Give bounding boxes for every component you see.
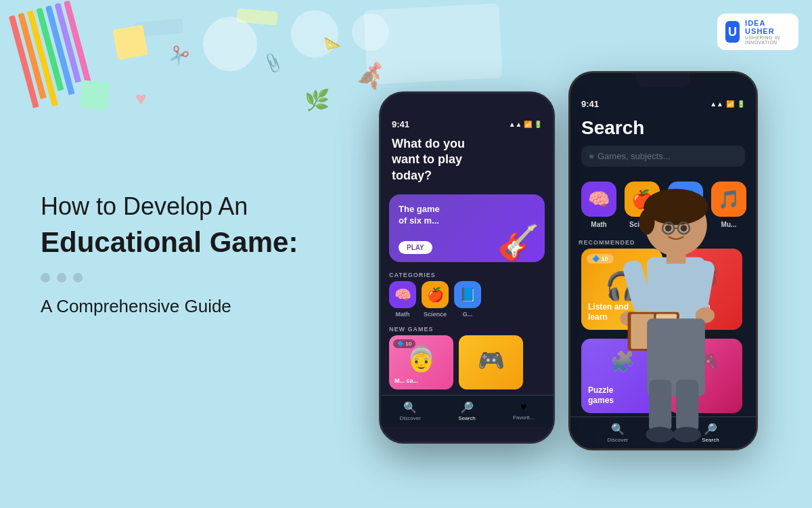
logo-icon: U bbox=[725, 21, 740, 43]
game-card-2[interactable]: 🎮 bbox=[459, 335, 523, 389]
play-button[interactable]: PLAY bbox=[399, 241, 432, 254]
logo-text: idea Usher USHERING IN INNOVATION bbox=[745, 19, 790, 45]
new-games-label: NEW GAMES bbox=[381, 322, 553, 335]
dot-3 bbox=[73, 273, 83, 282]
categories-label: CATEGORIES bbox=[381, 268, 553, 281]
svg-rect-20 bbox=[676, 380, 698, 431]
front-status-icons: ▲▲ 📶 🔋 bbox=[509, 121, 542, 128]
scissors: ✂️ bbox=[166, 44, 190, 68]
cat-label-grammar: G... bbox=[463, 311, 473, 318]
front-nav-label-discover: Discover bbox=[400, 415, 421, 421]
featured-card[interactable]: The gameof six m... PLAY 🎸 bbox=[389, 194, 545, 262]
circle-3 bbox=[352, 14, 389, 51]
svg-rect-4 bbox=[667, 251, 686, 263]
search-title: Search bbox=[581, 117, 745, 139]
logo-line1: idea bbox=[745, 19, 790, 27]
game-emoji-1: 👵 bbox=[406, 345, 436, 373]
front-status-bar: 9:41 ▲▲ 📶 🔋 bbox=[392, 119, 542, 129]
front-bottom-nav: 🔍 Discover 🔎 Search ♥ Favorit... bbox=[381, 395, 553, 427]
featured-emoji: 🎸 bbox=[497, 223, 539, 262]
logo: U idea Usher USHERING IN INNOVATION bbox=[717, 14, 798, 50]
cat-icon-grammar: 📘 bbox=[454, 281, 481, 308]
child-figure bbox=[589, 186, 738, 457]
front-nav-label-favorites: Favorit... bbox=[513, 415, 534, 421]
search-placeholder: Games, subjects... bbox=[597, 151, 671, 161]
front-status-time: 9:41 bbox=[392, 119, 409, 129]
phones-container: 9:41 ▲▲ 📶 🔋 Search Games, subjects... 🧠 bbox=[379, 51, 758, 457]
phone-front: 9:41 ▲▲ 📶 🔋 What do youwant to playtoday… bbox=[379, 91, 555, 444]
clip-2: 📐 bbox=[323, 33, 342, 51]
heading-line1: How to Develop An bbox=[41, 191, 379, 223]
category-grammar[interactable]: 📘 G... bbox=[454, 281, 481, 318]
dots-row bbox=[41, 273, 379, 282]
svg-point-2 bbox=[639, 209, 655, 234]
svg-rect-19 bbox=[649, 380, 671, 431]
circle-1 bbox=[203, 17, 257, 71]
back-status-time: 9:41 bbox=[581, 99, 599, 109]
logo-tagline: USHERING IN INNOVATION bbox=[745, 35, 790, 45]
category-science[interactable]: 🍎 Science bbox=[422, 281, 449, 318]
left-content-block: How to Develop An Educational Game: A Co… bbox=[41, 191, 379, 317]
tape-2 bbox=[236, 8, 278, 25]
featured-title: The gameof six m... bbox=[399, 204, 480, 227]
svg-point-6 bbox=[681, 225, 687, 232]
search-input-box[interactable]: Games, subjects... bbox=[581, 146, 745, 167]
category-math[interactable]: 🧠 Math bbox=[389, 281, 416, 318]
dot-1 bbox=[41, 273, 50, 282]
back-phone-notch bbox=[636, 73, 690, 87]
cat-label-science: Science bbox=[424, 311, 447, 318]
dot-2 bbox=[57, 273, 66, 282]
categories-row: 🧠 Math 🍎 Science 📘 G... bbox=[381, 281, 553, 322]
search-header: Search Games, subjects... bbox=[570, 112, 756, 175]
front-header: 9:41 ▲▲ 📶 🔋 What do youwant to playtoday… bbox=[381, 114, 553, 194]
front-phone-notch bbox=[440, 93, 494, 107]
subheading: A Comprehensive Guide bbox=[41, 296, 379, 317]
cat-icon-science: 🍎 bbox=[422, 281, 449, 308]
front-nav-discover[interactable]: 🔍 Discover bbox=[400, 401, 421, 421]
sticky-1 bbox=[112, 24, 148, 60]
front-nav-label-search: Search bbox=[458, 415, 475, 421]
front-search-icon: 🔎 bbox=[460, 401, 474, 414]
svg-point-5 bbox=[665, 225, 672, 232]
search-dot-icon bbox=[589, 154, 593, 158]
cat-icon-math: 🧠 bbox=[389, 281, 416, 308]
front-phone-screen: 9:41 ▲▲ 📶 🔋 What do youwant to playtoday… bbox=[381, 93, 553, 442]
clip-1: 📎 bbox=[261, 51, 284, 75]
front-nav-favorites[interactable]: ♥ Favorit... bbox=[513, 401, 534, 421]
plant: 🌿 bbox=[304, 88, 330, 112]
back-status-icons: ▲▲ 📶 🔋 bbox=[710, 100, 745, 108]
pencils-group bbox=[9, 0, 95, 111]
cat-label-math: Math bbox=[396, 311, 410, 318]
game-card-text-1: M... ca... bbox=[394, 377, 418, 384]
circle-2 bbox=[291, 10, 338, 58]
game-emoji-2: 🎮 bbox=[478, 347, 505, 373]
heart-sticker: ♥ bbox=[135, 88, 147, 110]
front-question: What do youwant to playtoday? bbox=[392, 136, 542, 184]
games-row: 🔷 10 👵 M... ca... 🎮 bbox=[381, 335, 553, 389]
front-favorites-icon: ♥ bbox=[520, 401, 527, 413]
game-card-1[interactable]: 🔷 10 👵 M... ca... bbox=[389, 335, 453, 389]
svg-point-22 bbox=[673, 427, 701, 442]
front-discover-icon: 🔍 bbox=[403, 401, 417, 414]
heading-line2: Educational Game: bbox=[41, 226, 379, 259]
front-nav-search[interactable]: 🔎 Search bbox=[458, 401, 475, 421]
back-status-bar: 9:41 ▲▲ 📶 🔋 bbox=[570, 93, 756, 112]
svg-point-21 bbox=[646, 427, 674, 442]
sticky-2 bbox=[80, 80, 109, 109]
logo-line2: Usher bbox=[745, 27, 790, 35]
tape-1 bbox=[135, 18, 183, 37]
